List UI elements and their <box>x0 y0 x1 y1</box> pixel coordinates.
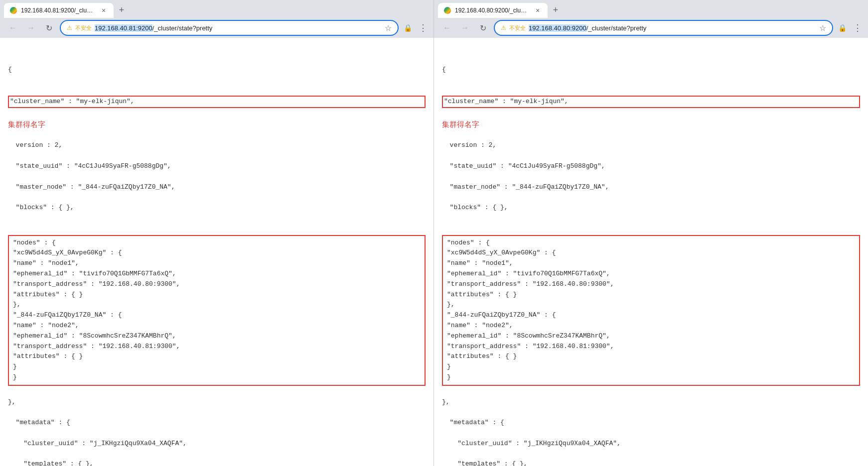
left-address-bar-row: ← → ↻ ⚠ 不安全 192.168.40.81:9200/_cluster/… <box>0 18 434 38</box>
left-back-button[interactable]: ← <box>6 21 20 35</box>
left-node2-key: "_844-zuFQaiZQby17Z0_NA" : { <box>13 310 421 321</box>
left-address-highlight: 192.168.40.81:9200 <box>95 24 152 32</box>
left-state-uuid-line: "state_uuid" : "4cC1Ju49SyaFR-g5088gDg", <box>8 161 426 172</box>
left-browser-chrome: 192.168.40.81:9200/_cluster/st × + ← → ↻… <box>0 0 434 38</box>
right-nodes-open: "nodes" : { <box>447 238 855 248</box>
left-cluster-annotation: 集群得名字 <box>8 118 426 130</box>
right-address-bar-row: ← → ↻ ⚠ 不安全 192.168.40.80:9200/_cluster/… <box>434 18 868 38</box>
right-metadata-open: "metadata" : { <box>442 418 860 428</box>
left-version-line: version : 2, <box>8 140 426 151</box>
right-address-highlight: 192.168.40.80:9200 <box>529 24 586 32</box>
left-node2-ephemeral: "ephemeral_id" : "8ScowmhcSreZ347KAMBhrQ… <box>13 331 421 342</box>
right-address-text: 192.168.40.80:9200/_cluster/state?pretty <box>529 24 816 32</box>
left-new-tab-button[interactable]: + <box>116 4 128 16</box>
left-node2-close: } <box>13 362 421 372</box>
right-version-line: version : 2, <box>442 140 860 151</box>
left-node2-attributes: "attributes" : { } <box>13 351 421 362</box>
right-bookmark-icon[interactable]: ☆ <box>819 23 826 33</box>
right-nodes-block: "nodes" : { "xc9W5d4dS_yX_0AvpeG0Kg" : {… <box>442 235 860 386</box>
left-insecure-label: 不安全 <box>75 24 92 32</box>
right-insecure-label: 不安全 <box>509 24 526 32</box>
left-open-brace: { <box>8 65 426 75</box>
right-refresh-button[interactable]: ↻ <box>476 21 490 35</box>
right-forward-button[interactable]: → <box>458 21 472 35</box>
right-menu-dots[interactable]: ⋮ <box>853 22 862 33</box>
right-node1-name: "name" : "node1", <box>447 258 855 269</box>
right-browser-window: 192.168.40.80:9200/_cluster/st × + ← → ↻… <box>434 0 868 466</box>
right-tab-close[interactable]: × <box>534 6 542 14</box>
left-nodes-close-brace: } <box>13 372 421 383</box>
right-node2-close: } <box>447 362 855 372</box>
right-master-node-line: "master_node" : "_844-zuFQaiZQby17Z0_NA"… <box>442 182 860 193</box>
right-json-content: { "cluster_name" : "my-elk-jiqun", 集群得名字… <box>442 44 860 234</box>
left-menu-dots[interactable]: ⋮ <box>419 22 428 33</box>
right-node2-ephemeral: "ephemeral_id" : "8ScowmhcSreZ347KAMBhrQ… <box>447 331 855 342</box>
right-back-button[interactable]: ← <box>440 21 454 35</box>
left-browser-window: 192.168.40.81:9200/_cluster/st × + ← → ↻… <box>0 0 434 466</box>
left-node1-key: "xc9W5d4dS_yX_0AvpeG0Kg" : { <box>13 248 421 258</box>
left-templates: "templates" : { }, <box>8 459 426 466</box>
left-node1-transport: "transport_address" : "192.168.40.80:930… <box>13 279 421 290</box>
right-node1-transport: "transport_address" : "192.168.40.80:930… <box>447 279 855 290</box>
left-metadata-open: "metadata" : { <box>8 418 426 428</box>
left-node1-close: }, <box>13 300 421 310</box>
left-address-text: 192.168.40.81:9200/_cluster/state?pretty <box>95 24 382 32</box>
left-address-box[interactable]: ⚠ 不安全 192.168.40.81:9200/_cluster/state?… <box>60 20 399 36</box>
right-node2-name: "name" : "node2", <box>447 321 855 331</box>
left-blocks-line: "blocks" : { }, <box>8 203 426 213</box>
left-node2-transport: "transport_address" : "192.168.40.81:930… <box>13 342 421 352</box>
right-node1-close: }, <box>447 300 855 310</box>
right-json-after-nodes: }, "metadata" : { "cluster_uuid" : "j_IK… <box>442 387 860 466</box>
right-templates: "templates" : { }, <box>442 459 860 466</box>
right-lock-icon: ⚠ <box>501 24 506 31</box>
left-tab-favicon <box>10 7 17 14</box>
left-master-node-line: "master_node" : "_844-zuFQaiZQby17Z0_NA"… <box>8 182 426 193</box>
left-active-tab[interactable]: 192.168.40.81:9200/_cluster/st × <box>4 3 114 18</box>
left-browser-content: { "cluster_name" : "my-elk-jiqun", 集群得名字… <box>0 38 434 466</box>
left-json-cluster-name-line: "cluster_name" : "my-elk-jiqun", 集群得名字 <box>8 85 426 130</box>
left-shield-icon[interactable]: 🔒 <box>403 23 413 33</box>
left-tab-close[interactable]: × <box>100 6 108 14</box>
left-extension-icons: 🔒 <box>403 23 413 33</box>
right-browser-content: { "cluster_name" : "my-elk-jiqun", 集群得名字… <box>434 38 868 466</box>
left-cluster-name-box: "cluster_name" : "my-elk-jiqun", <box>8 96 426 108</box>
right-address-box[interactable]: ⚠ 不安全 192.168.40.80:9200/_cluster/state?… <box>494 20 833 36</box>
right-nodes-close-brace: } <box>447 372 855 383</box>
left-json-content: { "cluster_name" : "my-elk-jiqun", 集群得名字… <box>8 44 426 234</box>
right-outer-close: }, <box>442 397 860 408</box>
right-state-uuid-line: "state_uuid" : "4cC1Ju49SyaFR-g5088gDg", <box>442 161 860 172</box>
right-cluster-name-box: "cluster_name" : "my-elk-jiqun", <box>442 96 860 108</box>
left-refresh-button[interactable]: ↻ <box>42 21 56 35</box>
left-bookmark-icon[interactable]: ☆ <box>385 23 392 33</box>
left-nodes-block: "nodes" : { "xc9W5d4dS_yX_0AvpeG0Kg" : {… <box>8 235 426 386</box>
left-nodes-open: "nodes" : { <box>13 238 421 248</box>
right-node1-ephemeral: "ephemeral_id" : "tivifo70Q1GbMMFG7Ta6xQ… <box>447 269 855 279</box>
right-blocks-line: "blocks" : { }, <box>442 203 860 213</box>
right-node1-key: "xc9W5d4dS_yX_0AvpeG0Kg" : { <box>447 248 855 258</box>
right-node2-key: "_844-zuFQaiZQby17Z0_NA" : { <box>447 310 855 321</box>
left-node1-attributes: "attributes" : { } <box>13 290 421 300</box>
right-node2-transport: "transport_address" : "192.168.40.81:930… <box>447 342 855 352</box>
right-browser-chrome: 192.168.40.80:9200/_cluster/st × + ← → ↻… <box>434 0 868 38</box>
left-node2-name: "name" : "node2", <box>13 321 421 331</box>
right-content-wrapper: { "cluster_name" : "my-elk-jiqun", 集群得名字… <box>442 44 860 466</box>
left-lock-icon: ⚠ <box>67 24 72 31</box>
right-node1-attributes: "attributes" : { } <box>447 290 855 300</box>
left-outer-close: }, <box>8 397 426 408</box>
right-tab-title: 192.168.40.80:9200/_cluster/st <box>455 7 530 14</box>
right-cluster-uuid: "cluster_uuid" : "j_IKHgziQqu9Xa04_XAQFA… <box>442 439 860 449</box>
right-extension-icons: 🔒 <box>837 23 847 33</box>
right-json-cluster-name-line: "cluster_name" : "my-elk-jiqun", 集群得名字 <box>442 85 860 130</box>
right-tab-bar: 192.168.40.80:9200/_cluster/st × + <box>434 0 868 18</box>
right-open-brace: { <box>442 65 860 75</box>
right-new-tab-button[interactable]: + <box>550 4 562 16</box>
left-forward-button[interactable]: → <box>24 21 38 35</box>
right-address-rest: /_cluster/state?pretty <box>586 24 647 32</box>
left-json-after-nodes: }, "metadata" : { "cluster_uuid" : "j_IK… <box>8 387 426 466</box>
left-address-rest: /_cluster/state?pretty <box>152 24 213 32</box>
right-shield-icon[interactable]: 🔒 <box>837 23 847 33</box>
left-node1-name: "name" : "node1", <box>13 258 421 269</box>
right-active-tab[interactable]: 192.168.40.80:9200/_cluster/st × <box>438 3 548 18</box>
left-content-wrapper: { "cluster_name" : "my-elk-jiqun", 集群得名字… <box>8 44 426 466</box>
right-tab-favicon <box>444 7 451 14</box>
